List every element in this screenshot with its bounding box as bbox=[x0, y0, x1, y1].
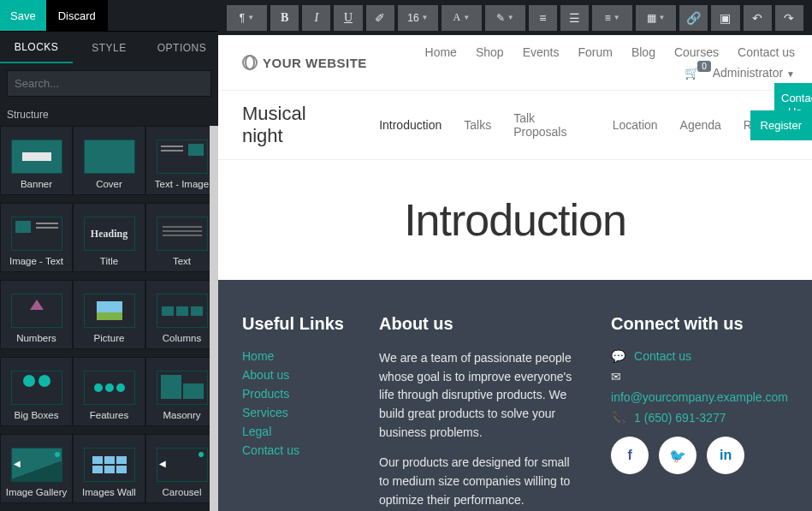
event-subnav: Musical night Introduction Talks Talk Pr… bbox=[218, 91, 812, 160]
canvas-area[interactable]: YOUR WEBSITE Home Shop Events Forum Blog… bbox=[218, 35, 812, 511]
footer-link-contact[interactable]: Contact us bbox=[242, 443, 345, 457]
nav-events[interactable]: Events bbox=[523, 45, 560, 59]
block-columns[interactable]: Columns bbox=[145, 280, 218, 349]
footer-useful-links-heading: Useful Links bbox=[242, 314, 345, 334]
image-icon: ▣ bbox=[720, 11, 731, 25]
twitter-icon: 🐦 bbox=[669, 448, 686, 464]
tab-options[interactable]: OPTIONS bbox=[145, 32, 218, 63]
subnav-location[interactable]: Location bbox=[613, 118, 658, 132]
redo-button[interactable]: ↷ bbox=[775, 5, 803, 31]
footer-link-legal[interactable]: Legal bbox=[242, 425, 345, 438]
subnav-agenda[interactable]: Agenda bbox=[680, 118, 721, 132]
chevron-down-icon: ▼ bbox=[786, 69, 795, 79]
block-cover[interactable]: Cover bbox=[73, 126, 145, 195]
nav-contact[interactable]: Contact us bbox=[738, 45, 795, 59]
hero-section[interactable]: Introduction bbox=[218, 160, 812, 280]
align-icon: ≡ bbox=[605, 12, 611, 24]
block-features[interactable]: Features bbox=[73, 357, 145, 426]
ul-icon: ☰ bbox=[569, 11, 580, 25]
block-picture[interactable]: Picture bbox=[73, 280, 145, 349]
footer-contact-link[interactable]: Contact us bbox=[634, 349, 691, 363]
text-color-dropdown[interactable]: A▼ bbox=[442, 5, 482, 31]
paragraph-style-dropdown[interactable]: ¶▼ bbox=[227, 5, 267, 31]
block-banner[interactable]: Banner bbox=[0, 126, 73, 195]
block-label: Cover bbox=[96, 179, 122, 189]
sidebar-scrollbar[interactable] bbox=[210, 126, 218, 511]
footer-link-home[interactable]: Home bbox=[242, 349, 345, 363]
link-icon: 🔗 bbox=[686, 11, 701, 25]
fontsize-dropdown[interactable]: 16▼ bbox=[398, 5, 438, 31]
footer-about-p2: Our products are designed for small to m… bbox=[379, 454, 577, 509]
block-label: Image Gallery bbox=[6, 487, 68, 497]
format-toolbar: ¶▼ B I U ✐ 16▼ A▼ ✎▼ ≡ ☰ ≡▼ ▦▼ 🔗 ▣ ↶ ↷ bbox=[218, 0, 812, 35]
block-label: Carousel bbox=[162, 487, 201, 497]
footer-about-p1: We are a team of passionate people whose… bbox=[379, 349, 577, 442]
discard-button[interactable]: Discard bbox=[46, 0, 108, 31]
image-button[interactable]: ▣ bbox=[711, 5, 739, 31]
tab-blocks[interactable]: BLOCKS bbox=[0, 32, 73, 63]
remove-format-button[interactable]: ✐ bbox=[366, 5, 394, 31]
unordered-list-button[interactable]: ☰ bbox=[560, 5, 589, 31]
link-button[interactable]: 🔗 bbox=[679, 5, 708, 31]
ol-icon: ≡ bbox=[539, 11, 546, 25]
user-menu[interactable]: Administrator ▼ bbox=[713, 66, 795, 80]
block-title[interactable]: HeadingTitle bbox=[73, 203, 145, 272]
block-images-wall[interactable]: Images Wall bbox=[73, 434, 145, 503]
undo-button[interactable]: ↶ bbox=[744, 5, 772, 31]
footer-email[interactable]: info@yourcompany.example.com bbox=[611, 390, 788, 404]
bold-button[interactable]: B bbox=[270, 5, 299, 31]
site-logo[interactable]: YOUR WEBSITE bbox=[242, 55, 367, 70]
block-label: Image - Text bbox=[9, 256, 63, 266]
footer-connect-heading: Connect with us bbox=[611, 314, 788, 334]
block-label: Text - Image bbox=[155, 179, 209, 189]
nav-forum[interactable]: Forum bbox=[578, 45, 612, 59]
subnav-introduction[interactable]: Introduction bbox=[379, 118, 442, 132]
ordered-list-button[interactable]: ≡ bbox=[529, 5, 557, 31]
nav-home[interactable]: Home bbox=[425, 45, 457, 59]
block-image-text[interactable]: Image - Text bbox=[0, 203, 73, 272]
register-button[interactable]: Register bbox=[750, 110, 812, 140]
search-input[interactable] bbox=[7, 70, 211, 97]
block-carousel[interactable]: Carousel bbox=[145, 434, 218, 503]
align-dropdown[interactable]: ≡▼ bbox=[592, 5, 632, 31]
block-big-boxes[interactable]: Big Boxes bbox=[0, 357, 73, 426]
block-label: Numbers bbox=[16, 333, 56, 343]
block-image-gallery[interactable]: Image Gallery bbox=[0, 434, 73, 503]
facebook-icon: f bbox=[627, 448, 631, 463]
linkedin-icon: in bbox=[720, 448, 732, 463]
footer-link-about[interactable]: About us bbox=[242, 368, 345, 382]
nav-blog[interactable]: Blog bbox=[631, 45, 655, 59]
section-structure-title: Structure bbox=[0, 104, 218, 126]
subnav-talk-proposals[interactable]: Talk Proposals bbox=[513, 111, 590, 139]
cart-button[interactable]: 🛒 0 bbox=[685, 66, 699, 80]
tab-style[interactable]: STYLE bbox=[73, 32, 145, 63]
footer-link-services[interactable]: Services bbox=[242, 406, 345, 419]
table-icon: ▦ bbox=[647, 12, 656, 24]
underline-button[interactable]: U bbox=[334, 5, 362, 31]
highlight-dropdown[interactable]: ✎▼ bbox=[485, 5, 525, 31]
block-label: Title bbox=[100, 256, 118, 266]
block-text[interactable]: Text bbox=[145, 203, 218, 272]
text-color-icon: A bbox=[453, 11, 460, 24]
block-label: Text bbox=[173, 256, 191, 266]
footer-link-products[interactable]: Products bbox=[242, 387, 345, 401]
block-label: Masonry bbox=[163, 410, 200, 420]
block-numbers[interactable]: Numbers bbox=[0, 280, 73, 349]
block-text-image[interactable]: Text - Image bbox=[145, 126, 218, 195]
save-button[interactable]: Save bbox=[0, 0, 46, 31]
nav-courses[interactable]: Courses bbox=[674, 45, 719, 59]
logo-text: YOUR WEBSITE bbox=[263, 56, 367, 70]
globe-icon bbox=[242, 55, 258, 70]
social-linkedin[interactable]: in bbox=[707, 437, 744, 474]
subnav-talks[interactable]: Talks bbox=[464, 118, 491, 132]
undo-icon: ↶ bbox=[752, 11, 762, 25]
social-twitter[interactable]: 🐦 bbox=[659, 437, 696, 474]
footer-phone[interactable]: 1 (650) 691-3277 bbox=[634, 411, 726, 425]
social-facebook[interactable]: f bbox=[611, 437, 649, 474]
footer-about-heading: About us bbox=[379, 314, 577, 334]
block-masonry[interactable]: Masonry bbox=[145, 357, 218, 426]
nav-shop[interactable]: Shop bbox=[476, 45, 504, 59]
site-header: YOUR WEBSITE Home Shop Events Forum Blog… bbox=[218, 35, 812, 91]
table-dropdown[interactable]: ▦▼ bbox=[636, 5, 676, 31]
italic-button[interactable]: I bbox=[302, 5, 330, 31]
